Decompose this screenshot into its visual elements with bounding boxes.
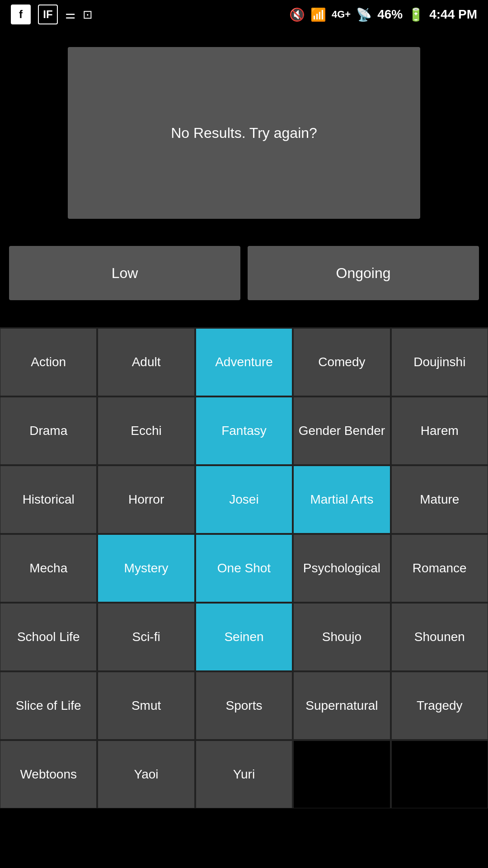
genre-cell-josei[interactable]: Josei	[196, 466, 292, 533]
fbox-icon: ⊡	[83, 8, 93, 22]
genre-cell-one-shot[interactable]: One Shot	[196, 534, 292, 602]
genre-cell-tragedy[interactable]: Tragedy	[391, 672, 488, 740]
status-bar-left: f IF ⚌ ⊡	[11, 5, 93, 24]
genre-cell-mature[interactable]: Mature	[391, 466, 488, 533]
battery-level: 46%	[377, 7, 403, 22]
genre-cell-comedy[interactable]: Comedy	[293, 328, 390, 396]
genre-cell-webtoons[interactable]: Webtoons	[0, 741, 97, 808]
genre-grid: ActionAdultAdventureComedyDoujinshiDrama…	[0, 327, 488, 808]
genre-cell-historical[interactable]: Historical	[0, 466, 97, 533]
genre-cell-empty-33	[293, 741, 390, 808]
genre-cell-horror[interactable]: Horror	[98, 466, 194, 533]
status-bar: f IF ⚌ ⊡ 🔇 📶 4G+ 📡 46% 🔋 4:44 PM	[0, 0, 488, 29]
genre-cell-shounen[interactable]: Shounen	[391, 603, 488, 671]
wifi-icon: 📶	[310, 7, 326, 22]
genre-cell-adventure[interactable]: Adventure	[196, 328, 292, 396]
genre-cell-romance[interactable]: Romance	[391, 534, 488, 602]
genre-cell-gender-bender[interactable]: Gender Bender	[293, 397, 390, 465]
genre-cell-sci-fi[interactable]: Sci-fi	[98, 603, 194, 671]
filter-row: Low Ongoing	[9, 246, 479, 300]
facebook-icon: f	[11, 5, 31, 24]
genre-cell-adult[interactable]: Adult	[98, 328, 194, 396]
genre-cell-harem[interactable]: Harem	[391, 397, 488, 465]
genre-cell-smut[interactable]: Smut	[98, 672, 194, 740]
genre-cell-fantasy[interactable]: Fantasy	[196, 397, 292, 465]
genre-cell-empty-34	[391, 741, 488, 808]
equalizer-icon: ⚌	[65, 8, 75, 22]
genre-cell-mystery[interactable]: Mystery	[98, 534, 194, 602]
low-filter-button[interactable]: Low	[9, 246, 240, 300]
genre-cell-seinen[interactable]: Seinen	[196, 603, 292, 671]
signal-icon: 📡	[356, 7, 372, 22]
genre-cell-school-life[interactable]: School Life	[0, 603, 97, 671]
no-results-text: No Results. Try again?	[171, 125, 317, 142]
genre-cell-psychological[interactable]: Psychological	[293, 534, 390, 602]
genre-cell-drama[interactable]: Drama	[0, 397, 97, 465]
search-result-box: No Results. Try again?	[68, 47, 420, 219]
mute-icon: 🔇	[289, 7, 305, 22]
genre-cell-martial-arts[interactable]: Martial Arts	[293, 466, 390, 533]
genre-cell-yaoi[interactable]: Yaoi	[98, 741, 194, 808]
genre-cell-shoujo[interactable]: Shoujo	[293, 603, 390, 671]
genre-cell-doujinshi[interactable]: Doujinshi	[391, 328, 488, 396]
status-bar-right: 🔇 📶 4G+ 📡 46% 🔋 4:44 PM	[289, 7, 477, 22]
genre-cell-action[interactable]: Action	[0, 328, 97, 396]
genre-cell-mecha[interactable]: Mecha	[0, 534, 97, 602]
genre-cell-yuri[interactable]: Yuri	[196, 741, 292, 808]
genre-cell-slice-of-life[interactable]: Slice of Life	[0, 672, 97, 740]
ongoing-filter-button[interactable]: Ongoing	[248, 246, 479, 300]
network-icon: 4G+	[332, 9, 351, 20]
genre-cell-ecchi[interactable]: Ecchi	[98, 397, 194, 465]
battery-icon: 🔋	[408, 7, 424, 22]
genre-cell-sports[interactable]: Sports	[196, 672, 292, 740]
genre-cell-supernatural[interactable]: Supernatural	[293, 672, 390, 740]
if-icon: IF	[38, 5, 58, 24]
clock: 4:44 PM	[429, 7, 477, 22]
